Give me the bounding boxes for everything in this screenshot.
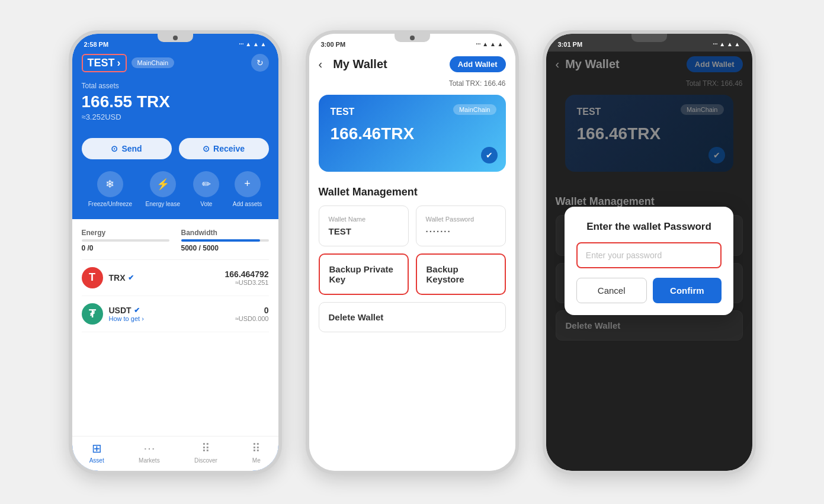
password-dialog: Enter the wallet Password Cancel Confirm — [565, 207, 733, 315]
trx-qty: 166.464792 — [225, 269, 269, 279]
usdt-usd: ≈USD0.000 — [235, 315, 269, 322]
shortcut-vote[interactable]: ✏ Vote — [193, 171, 219, 207]
phone-2-mgmt-title: Wallet Management — [309, 181, 515, 206]
phone-2-mgmt-grid: Wallet Name TEST Wallet Password ·······… — [309, 206, 515, 295]
phone-2-total-trx: Total TRX: 166.46 — [309, 77, 515, 90]
usdt-name: USDT ✔ — [109, 306, 235, 315]
energy-icon: ⚡ — [150, 171, 176, 197]
energy-section: Energy 0 /0 — [82, 229, 169, 252]
phone-1-balance: Total assets 166.55 TRX ≈3.252USD — [72, 79, 278, 131]
trx-usd: ≈USD3.251 — [225, 279, 269, 286]
add-assets-icon: + — [235, 171, 261, 197]
phone-2-status-icons: ··· ▲ ▲ ▲ — [476, 41, 503, 47]
phone-1-actions: ⊙ Send ⊙ Receive — [72, 131, 278, 166]
balance-amount: 166.55 TRX — [82, 92, 269, 111]
wallet-name-value: TEST — [329, 226, 399, 236]
phone-2-back-icon[interactable]: ‹ — [319, 57, 323, 71]
wallet-name-label: Wallet Name — [329, 216, 399, 223]
shortcut-energy[interactable]: ⚡ Energy lease — [146, 171, 180, 207]
backup-keystore-button[interactable]: Backup Keystore — [416, 253, 506, 295]
total-assets-label: Total assets — [82, 82, 269, 90]
wallet-password-cell: Wallet Password ······· — [416, 206, 506, 246]
chevron-icon: › — [117, 57, 121, 69]
balance-usd: ≈3.252USD — [82, 113, 269, 121]
phone-2-nav: ‹ My Wallet Add Wallet — [309, 52, 515, 77]
send-label: Send — [121, 144, 142, 153]
tab-asset-icon: ⊞ — [92, 441, 102, 455]
delete-wallet-button[interactable]: Delete Wallet — [319, 302, 506, 332]
dialog-confirm-button[interactable]: Confirm — [653, 278, 722, 303]
phone-1-time: 2:58 PM — [84, 41, 109, 48]
tab-discover[interactable]: ⠿ Discover — [194, 441, 217, 464]
dialog-overlay: Enter the wallet Password Cancel Confirm — [546, 52, 752, 471]
wallet-name-cell: Wallet Name TEST — [319, 206, 409, 246]
bandwidth-section: Bandwidth 5000 / 5000 — [181, 229, 269, 252]
vote-label: Vote — [200, 201, 212, 207]
trx-logo: T — [82, 267, 103, 288]
energy-bar — [82, 239, 169, 242]
phone-3-screen: 3:01 PM ··· ▲ ▲ ▲ ‹ My Wallet Add Wallet… — [546, 34, 752, 471]
bandwidth-bar-fill — [181, 239, 260, 242]
token-row-trx[interactable]: T TRX ✔ 166.464792 ≈USD3.251 — [82, 260, 269, 296]
freeze-icon: ❄ — [97, 171, 123, 197]
tab-discover-label: Discover — [194, 457, 217, 464]
phone-1-shortcuts: ❄ Freeze/Unfreeze ⚡ Energy lease ✏ Vote … — [72, 166, 278, 219]
phones-container: 2:58 PM ··· ▲ ▲ ▲ TEST › MainChain ↻ Tot… — [69, 30, 756, 474]
energy-value: 0 /0 — [82, 244, 169, 252]
phone-1-notch — [158, 34, 193, 42]
wallet-name-badge[interactable]: TEST › — [82, 54, 127, 72]
phone-2-add-wallet-button[interactable]: Add Wallet — [450, 56, 506, 72]
vote-icon: ✏ — [193, 171, 219, 197]
tab-me-icon: ⠿ — [252, 441, 261, 455]
token-row-usdt[interactable]: ₮ USDT ✔ How to get › 0 ≈USD0.000 — [82, 296, 269, 332]
phone-3-notch — [631, 34, 667, 42]
phone-2-time: 3:00 PM — [321, 41, 346, 48]
energy-label: Energy lease — [146, 201, 180, 207]
phone-2-body-scroll: ‹ My Wallet Add Wallet Total TRX: 166.46… — [309, 52, 515, 471]
backup-private-key-label: Backup Private Key — [329, 264, 398, 284]
token-list: T TRX ✔ 166.464792 ≈USD3.251 — [82, 259, 269, 332]
dialog-buttons: Cancel Confirm — [576, 278, 722, 303]
tab-markets[interactable]: ⋯ Markets — [139, 441, 160, 464]
backup-private-key-button[interactable]: Backup Private Key — [319, 253, 409, 295]
phone-1-header: TEST › MainChain ↻ — [72, 52, 278, 79]
tab-discover-icon: ⠿ — [201, 441, 210, 455]
usdt-how-to-get[interactable]: How to get › — [109, 315, 235, 322]
send-icon: ⊙ — [111, 144, 118, 153]
trx-info: TRX ✔ — [109, 273, 225, 283]
phone-1-status-icons: ··· ▲ ▲ ▲ — [239, 41, 266, 47]
usdt-info: USDT ✔ How to get › — [109, 306, 235, 322]
bandwidth-label-text: Bandwidth — [181, 229, 269, 237]
phone-1-body: Energy 0 /0 Bandwidth — [72, 219, 278, 436]
tab-asset-label: Asset — [89, 457, 104, 464]
tab-markets-icon: ⋯ — [143, 441, 155, 455]
delete-wallet-label: Delete Wallet — [329, 312, 496, 322]
tab-asset[interactable]: ⊞ Asset — [89, 441, 104, 464]
phone-2-notch — [395, 34, 430, 42]
bandwidth-bar — [181, 239, 269, 242]
energy-label-text: Energy — [82, 229, 169, 237]
wallet-name-text: TEST — [88, 57, 115, 69]
dialog-password-input[interactable] — [576, 242, 722, 268]
trx-verified-icon: ✔ — [128, 274, 134, 282]
phone-2-card-check: ✔ — [481, 147, 498, 163]
phone-2-card-chain: MainChain — [453, 104, 496, 115]
phone-3-body-scroll: ‹ My Wallet Add Wallet Total TRX: 166.46… — [546, 52, 752, 471]
tab-me[interactable]: ⠿ Me — [252, 441, 261, 464]
receive-label: Receive — [213, 144, 245, 153]
shortcut-freeze[interactable]: ❄ Freeze/Unfreeze — [88, 171, 132, 207]
mainchain-badge: MainChain — [132, 57, 175, 68]
trx-name: TRX ✔ — [109, 273, 225, 283]
trx-amount: 166.464792 ≈USD3.251 — [225, 269, 269, 286]
freeze-label: Freeze/Unfreeze — [88, 201, 132, 207]
receive-button[interactable]: ⊙ Receive — [179, 138, 269, 159]
shortcut-add-assets[interactable]: + Add assets — [233, 171, 262, 207]
send-button[interactable]: ⊙ Send — [82, 138, 172, 159]
refresh-icon[interactable]: ↻ — [251, 54, 269, 72]
phone-2: 3:00 PM ··· ▲ ▲ ▲ ‹ My Wallet Add Wallet… — [306, 30, 519, 474]
dialog-cancel-button[interactable]: Cancel — [576, 278, 647, 303]
phone-3: 3:01 PM ··· ▲ ▲ ▲ ‹ My Wallet Add Wallet… — [543, 30, 756, 474]
phone-1-screen: 2:58 PM ··· ▲ ▲ ▲ TEST › MainChain ↻ Tot… — [72, 34, 278, 471]
wallet-password-label: Wallet Password — [426, 216, 496, 223]
usdt-logo: ₮ — [82, 303, 103, 325]
